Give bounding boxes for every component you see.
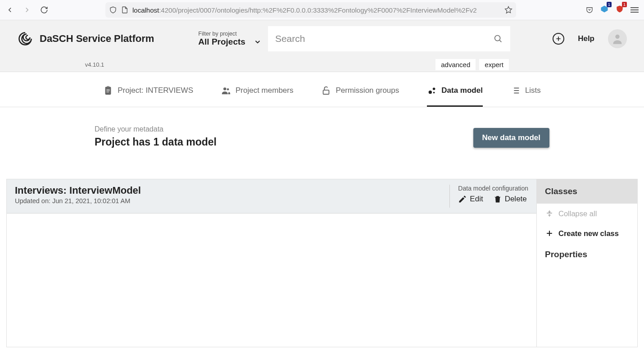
svg-point-3 — [227, 88, 229, 91]
delete-label: Delete — [505, 195, 527, 204]
avatar[interactable] — [608, 29, 627, 48]
help-link[interactable]: Help — [578, 34, 594, 43]
trash-icon — [493, 195, 502, 204]
pocket-icon[interactable] — [585, 6, 594, 14]
svg-point-1 — [615, 35, 619, 39]
lock-open-icon — [321, 86, 331, 95]
app-title: DaSCH Service Platform — [40, 33, 154, 45]
shield-icon — [109, 6, 117, 14]
tab-members-label: Project members — [236, 86, 293, 95]
tab-members[interactable]: Project members — [221, 74, 293, 107]
model-title: Interviews: InterviewModel — [15, 185, 141, 196]
back-button[interactable] — [5, 5, 14, 14]
delete-button[interactable]: Delete — [493, 195, 527, 204]
tab-data-model[interactable]: Data model — [427, 74, 483, 107]
create-class-button[interactable]: Create new class — [537, 223, 637, 243]
tab-permissions-label: Permission groups — [336, 86, 399, 95]
edit-label: Edit — [470, 195, 483, 204]
plus-icon — [555, 35, 562, 42]
svg-point-5 — [429, 91, 432, 94]
extension-2-icon[interactable]: 1 — [615, 5, 624, 15]
tab-data-model-label: Data model — [441, 86, 483, 95]
svg-point-6 — [433, 88, 435, 91]
pencil-icon — [458, 195, 467, 204]
list-icon — [511, 86, 521, 95]
tab-project-label: Project: INTERVIEWS — [118, 86, 193, 95]
app-header: DaSCH Service Platform Filter by project… — [0, 20, 644, 72]
model-sidebar: Classes Collapse all Create new class Pr… — [536, 179, 637, 347]
meta-header: Define your metadata Project has 1 data … — [0, 107, 644, 148]
project-tabs: Project: INTERVIEWS Project members Perm… — [0, 72, 644, 107]
search-input[interactable] — [275, 33, 493, 44]
model-main: Interviews: InterviewModel Updated on: J… — [7, 179, 536, 347]
model-updated: Updated on: Jun 21, 2021, 10:02:01 AM — [15, 196, 141, 204]
model-header: Interviews: InterviewModel Updated on: J… — [7, 179, 536, 214]
meta-subtitle: Define your metadata — [95, 125, 217, 133]
svg-point-0 — [495, 36, 500, 41]
url-path: :4200/project/0007/ontologies/http:%2F%2… — [159, 6, 476, 14]
meta-title: Project has 1 data model — [95, 136, 217, 148]
clipboard-icon — [103, 86, 113, 95]
people-icon — [221, 86, 231, 95]
svg-rect-4 — [323, 90, 329, 94]
tab-permissions[interactable]: Permission groups — [321, 74, 399, 107]
page-icon — [121, 6, 129, 14]
user-icon — [611, 32, 624, 45]
extension-1-badge: 1 — [607, 2, 612, 7]
search-icon — [493, 34, 503, 44]
tab-lists[interactable]: Lists — [511, 74, 541, 107]
advanced-mode-button[interactable]: advanced — [435, 59, 476, 70]
model-panel: Interviews: InterviewModel Updated on: J… — [6, 179, 638, 347]
browser-right-icons: 1 1 — [585, 5, 639, 15]
spiral-icon — [17, 31, 33, 47]
classes-section-header: Classes — [537, 179, 637, 204]
extension-2-badge: 1 — [622, 2, 627, 7]
browser-toolbar: localhost:4200/project/0007/ontologies/h… — [0, 0, 644, 20]
app-logo[interactable]: DaSCH Service Platform — [17, 31, 154, 47]
new-data-model-button[interactable]: New data model — [473, 128, 549, 148]
create-class-label: Create new class — [558, 229, 619, 238]
collapse-all-button[interactable]: Collapse all — [537, 204, 637, 223]
reload-button[interactable] — [40, 5, 49, 14]
search-box[interactable] — [268, 26, 510, 51]
url-host: localhost — [132, 6, 159, 14]
tab-project[interactable]: Project: INTERVIEWS — [103, 74, 193, 107]
properties-section-header: Properties — [537, 243, 637, 266]
filter-label: Filter by project — [198, 31, 262, 37]
svg-point-2 — [223, 87, 226, 90]
hamburger-menu-icon[interactable] — [630, 7, 639, 13]
bubble-chart-icon — [427, 86, 437, 95]
add-button[interactable] — [553, 33, 564, 45]
extension-1-icon[interactable]: 1 — [600, 5, 609, 15]
project-filter[interactable]: Filter by project All Projects — [198, 31, 262, 47]
version-label: v4.10.1 — [0, 61, 158, 68]
tab-lists-label: Lists — [525, 86, 541, 95]
star-icon[interactable] — [504, 6, 512, 14]
url-bar[interactable]: localhost:4200/project/0007/ontologies/h… — [105, 2, 516, 18]
edit-button[interactable]: Edit — [458, 195, 483, 204]
collapse-icon — [545, 209, 554, 218]
model-config-label: Data model configuration — [458, 185, 528, 192]
svg-point-7 — [433, 92, 435, 94]
forward-button[interactable] — [23, 5, 32, 14]
filter-value: All Projects — [198, 37, 245, 47]
collapse-label: Collapse all — [558, 209, 597, 218]
expert-mode-button[interactable]: expert — [479, 59, 509, 70]
chevron-down-icon — [254, 38, 262, 46]
plus-icon — [545, 229, 554, 238]
